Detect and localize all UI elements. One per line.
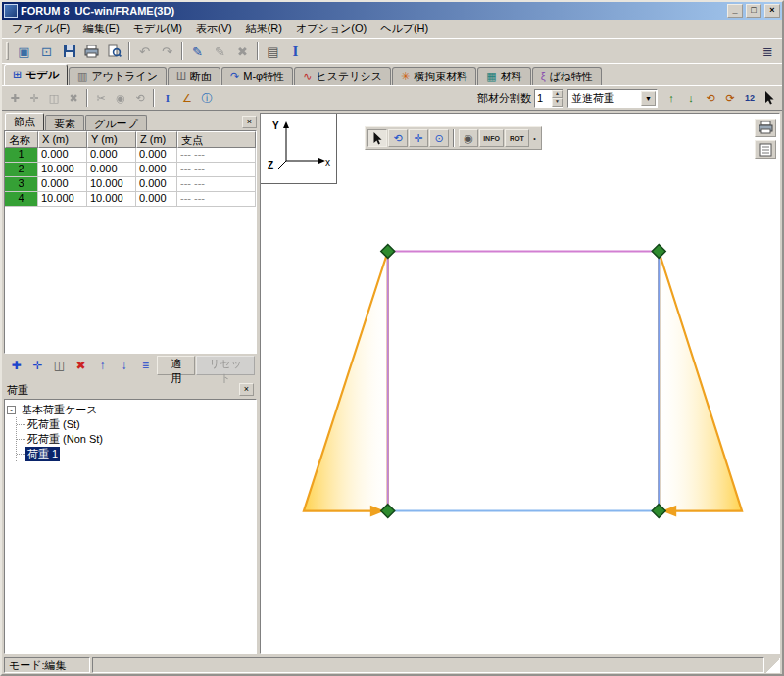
- y-cell[interactable]: 10.000: [87, 192, 136, 207]
- delete-icon[interactable]: ✖: [231, 41, 254, 62]
- tab-section[interactable]: Ш 断面: [168, 67, 220, 85]
- y-cell[interactable]: 0.000: [87, 163, 136, 177]
- load-down-icon[interactable]: ↓: [681, 89, 701, 108]
- member-division-input[interactable]: [535, 90, 552, 107]
- support-cell[interactable]: --- ---: [177, 163, 256, 177]
- move-row-down-icon[interactable]: ↓: [114, 356, 134, 375]
- z-cell[interactable]: 0.000: [136, 192, 177, 207]
- load-up-icon[interactable]: ↑: [662, 89, 681, 108]
- redo-icon[interactable]: ↷: [156, 41, 178, 62]
- z-cell[interactable]: 0.000: [136, 163, 177, 177]
- row-header[interactable]: 3: [5, 177, 38, 192]
- spin-down-icon[interactable]: ▼: [552, 98, 563, 107]
- zoom-tool-button[interactable]: ⊙: [429, 129, 449, 147]
- support-cell[interactable]: --- ---: [177, 177, 256, 192]
- tab-outline[interactable]: ▥ アウトライン: [69, 67, 167, 85]
- copy-row-icon[interactable]: ◫: [49, 356, 70, 375]
- x-cell[interactable]: 10.000: [38, 192, 87, 207]
- angle-measure-icon[interactable]: ∠: [177, 89, 197, 108]
- y-cell[interactable]: 10.000: [87, 177, 136, 192]
- support-cell[interactable]: --- ---: [177, 192, 256, 207]
- close-icon[interactable]: ×: [242, 116, 257, 128]
- load-case-label-selected[interactable]: 荷重 1: [25, 447, 60, 461]
- print-preview-icon[interactable]: [103, 41, 125, 62]
- open-model-icon[interactable]: ⊡: [35, 41, 58, 62]
- save-icon[interactable]: [58, 41, 80, 62]
- merge-member-icon[interactable]: ◉: [111, 89, 130, 108]
- select-tool-button[interactable]: [368, 129, 387, 147]
- tab-model[interactable]: ⊞ モデル: [4, 64, 68, 85]
- toolbar-handle-dot[interactable]: •: [530, 134, 539, 143]
- z-cell[interactable]: 0.000: [136, 148, 177, 163]
- split-member-icon[interactable]: ✂: [91, 89, 111, 108]
- add-node-icon[interactable]: ✚: [5, 89, 24, 108]
- distributed-load-right[interactable]: [659, 251, 742, 510]
- list-item[interactable]: 死荷重 (Non St): [17, 432, 254, 447]
- load-case-label[interactable]: 死荷重 (Non St): [25, 432, 105, 447]
- distributed-load-left[interactable]: [304, 251, 388, 510]
- reset-button[interactable]: リセット: [196, 356, 255, 375]
- menu-edit[interactable]: 編集(E): [76, 20, 126, 38]
- y-cell[interactable]: 0.000: [87, 148, 136, 163]
- model-canvas[interactable]: Y x Z ⟲ ✛ ⊙ ◉ INFO ROT •: [260, 113, 780, 654]
- tab-confined-material[interactable]: ✳ 横拘束材料: [392, 67, 476, 85]
- spin-up-icon[interactable]: ▲: [552, 90, 563, 99]
- close-icon[interactable]: ×: [239, 383, 254, 396]
- x-cell[interactable]: 10.000: [38, 163, 87, 177]
- rotate-load-ccw-icon[interactable]: ⟲: [701, 89, 720, 108]
- info-button[interactable]: INFO: [479, 129, 504, 147]
- print-view-button[interactable]: [755, 119, 776, 137]
- menu-model[interactable]: モデル(M): [126, 20, 189, 38]
- row-header[interactable]: 4: [5, 192, 38, 207]
- edit-pen-disabled-icon[interactable]: ✎: [209, 41, 231, 62]
- maximize-button[interactable]: □: [746, 4, 761, 18]
- support-cell[interactable]: --- ---: [177, 148, 256, 163]
- rotate-load-cw-icon[interactable]: ⟳: [720, 89, 740, 108]
- column-header-support[interactable]: 支点: [177, 131, 256, 148]
- column-header-x[interactable]: X (m): [38, 131, 87, 148]
- edit-pen-icon[interactable]: ✎: [186, 41, 209, 62]
- tree-root-row[interactable]: - 基本荷重ケース: [7, 403, 254, 417]
- row-header[interactable]: 2: [5, 163, 38, 177]
- renumber-icon[interactable]: 12: [740, 89, 760, 108]
- minimize-button[interactable]: _: [727, 4, 743, 18]
- tree-root-label[interactable]: 基本荷重ケース: [20, 403, 100, 417]
- rot-button[interactable]: ROT: [505, 129, 529, 147]
- renumber-rows-icon[interactable]: ≡: [135, 356, 156, 375]
- element-info-icon[interactable]: ⓘ: [197, 89, 217, 108]
- panel-tab-nodes[interactable]: 節点: [5, 113, 44, 130]
- menu-file[interactable]: ファイル(F): [5, 20, 76, 38]
- pointer-tool-icon[interactable]: [760, 89, 779, 108]
- add-row-icon[interactable]: ✚: [6, 356, 26, 375]
- apply-button[interactable]: 適用: [157, 356, 195, 375]
- layout-icon[interactable]: ≣: [757, 41, 779, 62]
- load-type-select[interactable]: 並進荷重 ▼: [567, 89, 658, 108]
- x-cell[interactable]: 0.000: [38, 177, 87, 192]
- z-cell[interactable]: 0.000: [136, 177, 177, 192]
- column-header-z[interactable]: Z (m): [136, 131, 177, 148]
- chevron-down-icon[interactable]: ▼: [641, 91, 656, 106]
- print-icon[interactable]: [80, 41, 103, 62]
- report-icon[interactable]: ▤: [262, 41, 284, 62]
- delete-row-icon[interactable]: ✖: [71, 356, 91, 375]
- collapse-icon[interactable]: -: [7, 406, 16, 414]
- menu-options[interactable]: オプション(O): [289, 20, 373, 38]
- delete-element-icon[interactable]: ✖: [64, 89, 83, 108]
- mirror-icon[interactable]: ⟲: [130, 89, 150, 108]
- x-cell[interactable]: 0.000: [38, 148, 87, 163]
- node-3[interactable]: [381, 245, 395, 259]
- view-fit-button[interactable]: ◉: [459, 129, 478, 147]
- menu-view[interactable]: 表示(V): [189, 20, 239, 38]
- undo-icon[interactable]: ↶: [133, 41, 156, 62]
- orbit-tool-button[interactable]: ⟲: [388, 129, 408, 147]
- member-section-icon[interactable]: I: [158, 89, 177, 108]
- i-girder-icon[interactable]: I: [284, 41, 307, 62]
- new-model-icon[interactable]: ▣: [13, 41, 35, 62]
- toolbar-grip[interactable]: [6, 42, 9, 60]
- move-node-icon[interactable]: ✛: [24, 89, 44, 108]
- tab-hysteresis[interactable]: ∿ ヒステリシス: [294, 67, 391, 85]
- panel-tab-groups[interactable]: グループ: [85, 115, 147, 130]
- column-header-name[interactable]: 名称: [5, 131, 38, 148]
- column-header-y[interactable]: Y (m): [87, 131, 136, 148]
- insert-row-icon[interactable]: ✛: [27, 356, 48, 375]
